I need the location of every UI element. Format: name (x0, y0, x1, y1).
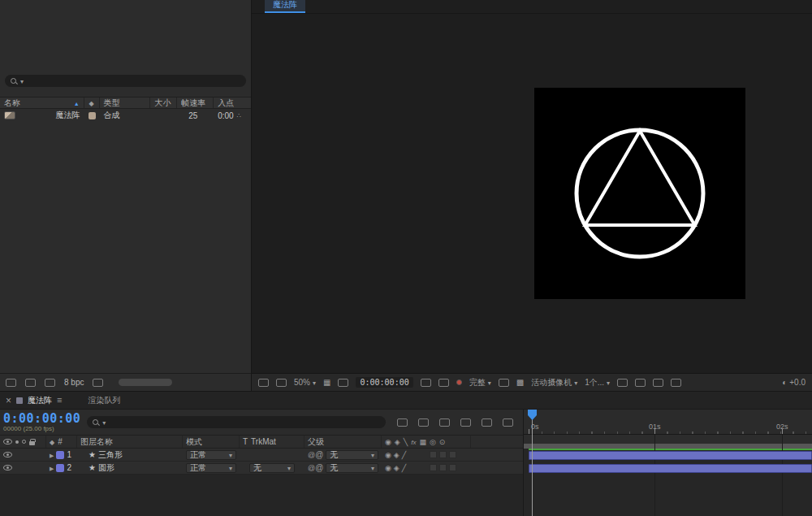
mask-path-visibility-icon[interactable] (338, 379, 348, 387)
collapse-switch[interactable] (394, 451, 400, 459)
switches-header[interactable] (382, 436, 471, 448)
column-header-in-point[interactable]: 入点 (214, 98, 251, 108)
visibility-eye-icon[interactable] (3, 465, 12, 470)
layer-name-header[interactable]: 图层名称 (77, 436, 183, 448)
3d-view-select[interactable]: 活动摄像机 (531, 377, 577, 388)
grid-and-guides-icon[interactable] (323, 379, 330, 387)
label-number-header[interactable]: # (46, 436, 77, 448)
collapse-switch[interactable] (394, 464, 400, 472)
always-preview-icon[interactable] (258, 379, 269, 387)
region-of-interest-icon[interactable] (499, 379, 509, 387)
transparency-grid-icon[interactable] (516, 379, 524, 387)
layer-name[interactable]: 三角形 (98, 449, 123, 461)
parent-header[interactable]: 父级 (304, 436, 382, 448)
expand-arrow-icon[interactable] (50, 464, 54, 472)
snapshot-icon[interactable] (421, 379, 431, 387)
motion-blur-icon[interactable] (482, 418, 492, 427)
3d-switch[interactable] (449, 451, 456, 458)
timeline-track-area[interactable]: 0s 01s 02s (524, 410, 812, 516)
project-search-input[interactable] (26, 76, 241, 85)
shy-switch[interactable] (385, 464, 391, 472)
panel-menu-icon[interactable] (57, 396, 62, 405)
exposure-control[interactable]: +0.0 (782, 378, 806, 387)
project-item-row[interactable]: 魔法阵 合成 25 0:00 (0, 109, 251, 122)
quality-switch[interactable] (402, 464, 406, 472)
frame-blend-switch[interactable] (430, 464, 437, 471)
current-timecode[interactable]: 0:00:00:00 (3, 412, 80, 425)
flowchart-icon[interactable] (671, 379, 681, 387)
blend-mode-select[interactable]: 正常 (186, 450, 236, 460)
layer-duration-bar[interactable] (529, 451, 812, 460)
timeline-search[interactable] (87, 416, 386, 428)
expand-arrow-icon[interactable] (50, 451, 54, 459)
label-color-swatch[interactable] (89, 112, 96, 119)
search-options-caret-icon[interactable] (20, 77, 24, 85)
frame-blending-icon[interactable] (460, 418, 471, 427)
blend-mode-select[interactable]: 正常 (186, 463, 236, 473)
timeline-tab-render-queue[interactable]: 渲染队列 (88, 395, 120, 406)
layer-duration-bar[interactable] (529, 464, 812, 473)
layer-name[interactable]: 圆形 (98, 462, 114, 474)
frame-blend-switch[interactable] (430, 451, 437, 458)
fast-previews-icon[interactable] (635, 379, 646, 387)
quality-switch[interactable] (402, 451, 406, 459)
column-header-frame-rate[interactable]: 帧速率 (177, 98, 214, 108)
column-header-size[interactable]: 大小 (150, 98, 177, 108)
viewer-stage[interactable] (252, 14, 812, 373)
search-options-caret-icon[interactable] (102, 418, 106, 427)
primary-viewer-icon[interactable] (276, 379, 287, 387)
comp-mini-flowchart-icon[interactable] (397, 418, 408, 427)
close-icon[interactable] (6, 396, 11, 405)
current-time-display[interactable]: 0:00:00:00 00000 (25.00 fps) (3, 412, 80, 432)
motion-blur-switch[interactable] (439, 451, 447, 458)
show-snapshot-icon[interactable] (438, 379, 449, 387)
timeline-button-icon[interactable] (653, 379, 663, 387)
project-bit-depth[interactable]: 8 bpc (64, 378, 84, 387)
shy-switch[interactable] (385, 451, 391, 459)
parent-select[interactable]: 无 (326, 463, 378, 473)
resolution-select[interactable]: 完整 (469, 377, 491, 388)
timeline-search-input[interactable] (108, 418, 381, 427)
motion-blur-switch[interactable] (439, 464, 447, 471)
timeline-tabbar: 魔法阵 渲染队列 (0, 392, 812, 410)
trkmat-select[interactable]: 无 (249, 463, 295, 473)
column-header-label-color[interactable] (84, 98, 100, 108)
pixel-aspect-correction-icon[interactable] (617, 379, 628, 387)
graph-editor-icon[interactable] (503, 418, 513, 427)
layer-row-2[interactable]: 2 圆形 正常 无 (0, 462, 523, 475)
viewer-tab-composition[interactable]: 魔法阵 (265, 0, 305, 13)
new-composition-icon[interactable] (45, 379, 55, 387)
3d-switch[interactable] (449, 464, 456, 471)
viewer-timecode[interactable]: 0:00:00:00 (356, 377, 412, 388)
layer-label-swatch[interactable] (56, 451, 64, 459)
show-channel-icon[interactable] (456, 379, 462, 385)
layer-row-1[interactable]: 1 三角形 正常 @ (0, 449, 523, 462)
interpret-footage-icon[interactable] (6, 379, 16, 387)
project-search[interactable] (5, 75, 246, 87)
visibility-eye-icon[interactable] (3, 452, 12, 457)
item-name-cell[interactable]: 魔法阵 (0, 109, 84, 122)
layer-name-cell[interactable]: 三角形 (77, 449, 183, 461)
composition-canvas[interactable] (534, 88, 745, 299)
timeline-tab-composition[interactable]: 魔法阵 (28, 395, 52, 406)
item-label-cell[interactable] (84, 109, 100, 122)
delete-icon[interactable] (93, 379, 103, 387)
sort-ascending-icon[interactable] (74, 99, 80, 107)
new-folder-icon[interactable] (25, 379, 36, 387)
hide-shy-layers-icon[interactable] (439, 418, 450, 427)
trkmat-header[interactable]: T TrkMat (240, 436, 304, 448)
layer-label-swatch[interactable] (56, 464, 64, 472)
draft-3d-icon[interactable] (418, 418, 429, 427)
layer-name-cell[interactable]: 圆形 (77, 462, 183, 474)
pickwhip-icon[interactable]: @ (308, 464, 323, 472)
av-features-header[interactable] (0, 436, 46, 448)
time-ruler[interactable]: 0s 01s 02s (524, 410, 812, 435)
mode-header[interactable]: 模式 (183, 436, 240, 448)
pickwhip-icon[interactable]: @ (308, 451, 323, 459)
parent-select[interactable]: 无 (326, 450, 378, 460)
column-header-name[interactable]: 名称 (0, 98, 84, 108)
column-header-type[interactable]: 类型 (100, 98, 151, 108)
magnification-select[interactable]: 50% (294, 378, 316, 387)
scrollbar-thumb[interactable] (119, 379, 172, 386)
view-layout-select[interactable]: 1个... (585, 377, 610, 388)
